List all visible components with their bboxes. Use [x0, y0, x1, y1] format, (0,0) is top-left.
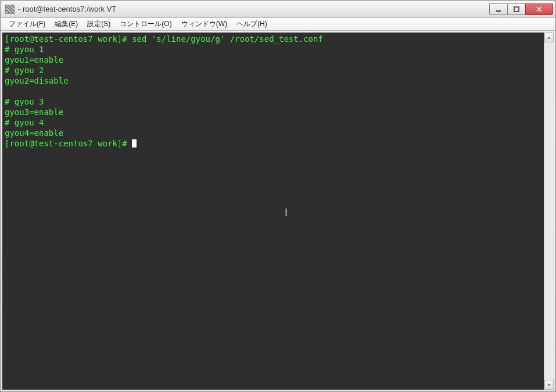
menu-help[interactable]: ヘルプ(H): [232, 18, 272, 30]
window-controls: [490, 3, 553, 15]
terminal-cursor: [132, 139, 137, 148]
window-title: - root@test-centos7:/work VT: [18, 5, 490, 13]
close-button[interactable]: [525, 3, 553, 15]
minimize-button[interactable]: [489, 3, 508, 15]
menu-edit[interactable]: 編集(E): [50, 18, 82, 30]
maximize-button[interactable]: [507, 3, 526, 15]
terminal-container: [root@test-centos7 work]# sed 's/line/gy…: [2, 33, 554, 390]
maximize-icon: [514, 6, 519, 12]
scrollbar[interactable]: [544, 33, 554, 390]
minimize-icon: [496, 6, 501, 12]
menubar: ファイル(F) 編集(E) 設定(S) コントロール(O) ウィンドウ(W) ヘ…: [1, 18, 555, 31]
menu-file[interactable]: ファイル(F): [4, 18, 50, 30]
scroll-down-button[interactable]: [544, 380, 554, 390]
close-icon: [536, 6, 542, 12]
menu-window[interactable]: ウィンドウ(W): [177, 18, 232, 30]
menu-settings[interactable]: 設定(S): [82, 18, 115, 30]
terminal-prompt: [root@test-centos7 work]#: [5, 139, 132, 148]
app-icon: [5, 5, 15, 14]
svg-rect-1: [514, 7, 519, 12]
svg-rect-0: [496, 10, 501, 12]
titlebar[interactable]: - root@test-centos7:/work VT: [1, 1, 555, 18]
scroll-up-button[interactable]: [544, 33, 554, 42]
terminal[interactable]: [root@test-centos7 work]# sed 's/line/gy…: [2, 33, 544, 390]
scroll-track[interactable]: [544, 42, 554, 380]
chevron-down-icon: [547, 383, 551, 387]
chevron-up-icon: [547, 35, 551, 40]
menu-control[interactable]: コントロール(O): [115, 18, 176, 30]
app-window: - root@test-centos7:/work VT ファイル(F) 編集(…: [0, 0, 556, 392]
